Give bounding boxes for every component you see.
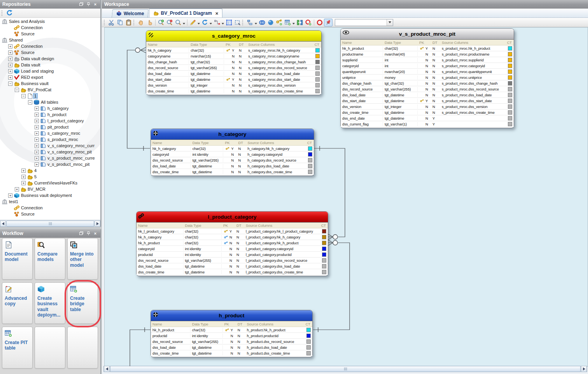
close-panel-icon[interactable]: × <box>93 2 98 7</box>
tree-item-h-category[interactable]: +h_category <box>0 105 100 111</box>
tree-expander[interactable]: + <box>8 44 12 49</box>
table-row[interactable]: hk_h_categorychar(32)YNs_category_mroc.h… <box>146 47 321 53</box>
tree-item-red-export[interactable]: +RED export <box>0 74 100 80</box>
tree-expander[interactable]: + <box>21 175 26 179</box>
scroll-right-arrow[interactable] <box>581 366 587 372</box>
tree-expander[interactable]: + <box>35 113 39 117</box>
combobox-dropdown-icon[interactable] <box>387 19 393 26</box>
tree-expander[interactable]: + <box>35 150 39 154</box>
tree-expander[interactable]: + <box>21 181 26 185</box>
workflow-card-merge-into-other-model[interactable]: Merge into other model <box>67 238 98 280</box>
workflow-card-document-model[interactable]: Document model <box>2 238 33 280</box>
tree-expander[interactable]: + <box>8 75 12 80</box>
scrollbar-thumb[interactable] <box>110 366 581 372</box>
auto-hide-pin-icon[interactable] <box>86 2 91 7</box>
table-titlebar[interactable]: s_category_mroc <box>146 31 321 42</box>
table-row[interactable]: dss_change_hashtgt_char(32)NNs_category_… <box>146 59 321 65</box>
workflow-card-create-pit-table[interactable]: Create PIT table <box>2 327 33 369</box>
scroll-left-arrow[interactable] <box>104 366 110 372</box>
tree-expander[interactable]: + <box>35 144 39 148</box>
table-row[interactable]: dss_start_datetgt_datetimeYNs_category_m… <box>146 77 321 82</box>
relationship-line[interactable] <box>130 330 150 367</box>
float-window-icon[interactable] <box>79 231 84 236</box>
table-row[interactable]: hk_h_productchar(32)NNl_product_category… <box>136 240 328 246</box>
tree-item-currentviewshavefks[interactable]: +CurrentViewsHaveFKs <box>0 180 100 186</box>
table-row[interactable]: categorynamenvarchar(15)NNs_category_mro… <box>146 53 321 59</box>
close-panel-icon[interactable]: × <box>93 231 98 236</box>
auto-hide-pin-icon[interactable] <box>86 231 91 236</box>
tree-item-shared[interactable]: Shared <box>0 37 100 43</box>
tree-expander[interactable]: + <box>35 106 39 111</box>
table-row[interactable]: dss_load_datetgt_datetimeNNh_product.dss… <box>151 344 312 350</box>
table-row[interactable]: categoryidintNNs_product_mroc.categoryid <box>341 63 514 69</box>
tree-expander[interactable]: + <box>21 169 26 173</box>
tree-item-business-vault-deployment[interactable]: +Business vault deployment <box>0 192 100 198</box>
cut-button[interactable] <box>107 19 116 26</box>
tree-item-source[interactable]: Source <box>0 31 100 37</box>
tree-expander[interactable]: + <box>35 125 39 129</box>
entity-table-h_product[interactable]: h_productNameData TypePKDTSource Columns… <box>150 310 313 357</box>
pencil-button[interactable] <box>189 19 197 26</box>
scroll-left-arrow[interactable] <box>0 221 6 227</box>
table-row[interactable]: productidint identityNNl_product_categor… <box>136 252 328 257</box>
table-row[interactable]: dss_record_sourcetgt_varchar(255)NNs_pro… <box>341 86 514 92</box>
zoom-out-button[interactable] <box>165 19 174 26</box>
entity-table-v_s_product_mroc_pit[interactable]: v_s_product_mroc_pitNameData TypePKDTSou… <box>340 28 514 128</box>
pencil-dropdown-icon[interactable] <box>198 19 200 26</box>
tree-expander[interactable]: − <box>8 82 12 86</box>
table-row[interactable]: hk_h_productchar(32)YNh_product.hk_h_pro… <box>151 327 312 333</box>
table-row[interactable]: productidint identityNNh_product.product… <box>151 333 312 339</box>
connector-route-button[interactable] <box>213 19 221 26</box>
add-key-button[interactable] <box>275 19 284 26</box>
tree-expander[interactable]: − <box>21 94 26 98</box>
tree-expander[interactable]: + <box>35 119 39 123</box>
sphere-button[interactable] <box>266 19 275 26</box>
tree-item-sales-and-analysis[interactable]: Sales and Analysis <box>0 18 100 24</box>
tree-expander[interactable]: + <box>8 57 12 61</box>
scrollbar-thumb[interactable] <box>6 221 94 227</box>
table-row[interactable]: dss_versiontgt_integerNNs_category_mroc.… <box>146 82 321 88</box>
venn-button[interactable] <box>258 19 266 26</box>
tree-expander[interactable]: + <box>8 50 12 55</box>
tree-item-pit-product[interactable]: +pit_product <box>0 124 100 130</box>
table-row[interactable]: dss_record_sourcetgt_varchar(255)NNs_cat… <box>146 65 321 71</box>
tree-item-data-vault-design[interactable]: +Data vault design <box>0 56 100 62</box>
tree-item-v-s-category-mroc-curr[interactable]: +v_s_category_mroc_curr <box>0 143 100 149</box>
tab-welcome[interactable]: Welcome <box>112 9 149 17</box>
table-row[interactable]: dss_record_sourcetgt_varchar(255)NNh_cat… <box>151 157 314 163</box>
layout-tree-dropdown-icon[interactable] <box>255 19 257 26</box>
table-row[interactable]: hk_h_categorychar(32)YNh_category.hk_h_c… <box>151 146 314 151</box>
table-row[interactable]: hk_l_product_categorychar(32)YNl_product… <box>136 228 328 234</box>
tree-item-connection[interactable]: +Connection <box>0 43 100 49</box>
tree-item-v-s-product-mroc-curre[interactable]: +v_s_product_mroc_curre <box>0 155 100 161</box>
tree-expander[interactable]: + <box>15 187 19 191</box>
table-row[interactable]: hk_h_categorychar(32)NNl_product_categor… <box>136 234 328 240</box>
repositories-tree[interactable]: Sales and AnalysisConnectionSourceShared… <box>0 18 100 220</box>
workflow-card-compare-models[interactable]: Compare models <box>35 238 65 280</box>
entity-table-s_category_mroc[interactable]: s_category_mrocNameData TypePKDTSource C… <box>146 30 322 95</box>
tree-item-1[interactable]: −1 <box>0 93 100 99</box>
workflow-card-create-business-vault-deploym[interactable]: Create business vault deploym... <box>35 282 65 324</box>
tree-expander[interactable]: + <box>35 137 39 142</box>
tree-item-5[interactable]: +5 <box>0 174 100 180</box>
table-row[interactable]: dss_record_sourcetgt_varchar(255)NNh_pro… <box>151 339 312 344</box>
table-row[interactable]: categoryidint identityNNh_category.categ… <box>151 151 314 157</box>
table-row[interactable]: dss_record_sourcetgt_varchar(255)NNl_pro… <box>136 257 328 263</box>
table-row[interactable]: quantityperunitnvarchar(20)NNs_product_m… <box>341 69 514 75</box>
repositories-hscrollbar[interactable] <box>0 220 100 227</box>
tree-expander[interactable]: + <box>8 69 12 73</box>
tree-item-s-category-mroc[interactable]: +s_category_mroc <box>0 130 100 136</box>
connector-route-dropdown-icon[interactable] <box>222 19 224 26</box>
tree-item-business-vault[interactable]: −Business vault <box>0 80 100 87</box>
zoom-in-button[interactable] <box>157 19 165 26</box>
tree-item-source[interactable]: Source <box>0 211 100 217</box>
table-row[interactable]: dss_create_timetgt_datetimeNNs_category_… <box>146 88 321 94</box>
copy-button[interactable] <box>116 19 124 26</box>
hand-select-button[interactable] <box>145 19 154 26</box>
tree-expander[interactable]: + <box>35 131 39 136</box>
table-titlebar[interactable]: h_category <box>151 129 314 140</box>
zoom-dropdown-icon[interactable] <box>183 19 185 26</box>
tree-item-data-vault[interactable]: +Data vault <box>0 62 100 68</box>
hand-pan-button[interactable] <box>137 19 145 26</box>
refresh-button[interactable] <box>5 9 14 17</box>
